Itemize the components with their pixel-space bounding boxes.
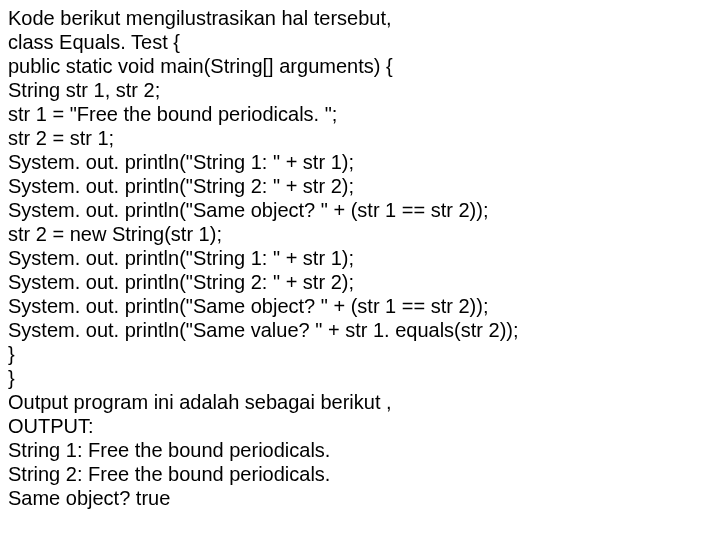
code-line: String str 1, str 2; — [8, 78, 712, 102]
text-line: Output program ini adalah sebagai beriku… — [8, 390, 712, 414]
code-line: public static void main(String[] argumen… — [8, 54, 712, 78]
code-line: str 1 = "Free the bound periodicals. "; — [8, 102, 712, 126]
text-line: Kode berikut mengilustrasikan hal terseb… — [8, 6, 712, 30]
code-line: System. out. println("Same object? " + (… — [8, 294, 712, 318]
output-label: OUTPUT: — [8, 414, 712, 438]
code-line: } — [8, 366, 712, 390]
output-line: String 1: Free the bound periodicals. — [8, 438, 712, 462]
code-line: class Equals. Test { — [8, 30, 712, 54]
output-line: String 2: Free the bound periodicals. — [8, 462, 712, 486]
code-line: System. out. println("Same object? " + (… — [8, 198, 712, 222]
document-body: Kode berikut mengilustrasikan hal terseb… — [0, 0, 720, 516]
code-line: System. out. println("String 2: " + str … — [8, 174, 712, 198]
code-line: } — [8, 342, 712, 366]
output-line: Same object? true — [8, 486, 712, 510]
code-line: System. out. println("String 2: " + str … — [8, 270, 712, 294]
code-line: System. out. println("String 1: " + str … — [8, 150, 712, 174]
code-line: System. out. println("String 1: " + str … — [8, 246, 712, 270]
code-line: str 2 = new String(str 1); — [8, 222, 712, 246]
code-line: System. out. println("Same value? " + st… — [8, 318, 712, 342]
code-line: str 2 = str 1; — [8, 126, 712, 150]
